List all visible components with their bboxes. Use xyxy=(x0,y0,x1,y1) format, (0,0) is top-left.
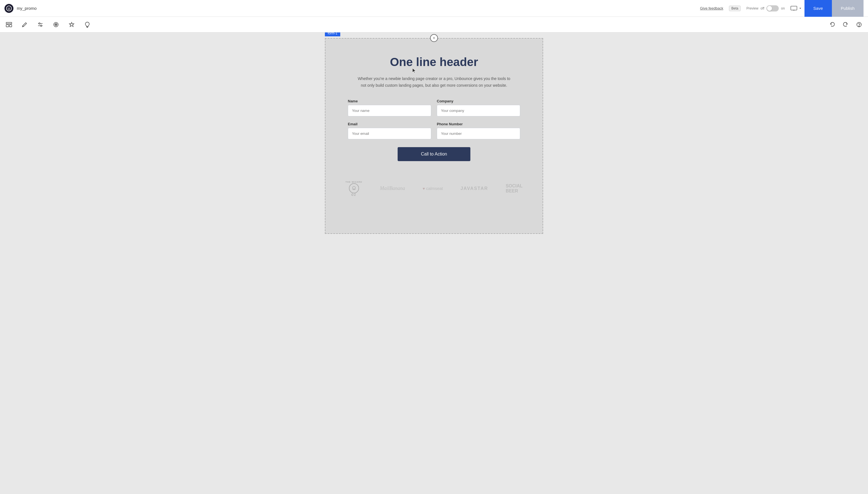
svg-point-10 xyxy=(39,23,40,24)
landing-form: Name Company Email xyxy=(348,99,520,161)
preview-toggle-group: Preview off on xyxy=(746,5,785,12)
redo-button[interactable] xyxy=(841,20,850,29)
company-label: Company xyxy=(437,99,520,103)
socialbeer-logo: SOCIALBEER xyxy=(506,184,523,193)
mailbanana-logo: MailBanana xyxy=(380,186,405,191)
svg-point-19 xyxy=(353,186,355,189)
calmseat-logo: ♥ calmseat xyxy=(422,186,443,191)
email-input[interactable] xyxy=(348,128,431,139)
page-subtitle: Whether you're a newbie landing page cre… xyxy=(356,76,512,89)
undo-button[interactable] xyxy=(828,20,837,29)
name-label: Name xyxy=(348,99,431,103)
lightbulb-tool-icon[interactable] xyxy=(83,20,92,29)
svg-text:U: U xyxy=(8,7,10,11)
project-name: my_promo xyxy=(17,6,37,11)
company-input[interactable] xyxy=(437,105,520,116)
app-logo: U xyxy=(4,4,14,13)
svg-rect-7 xyxy=(10,25,12,27)
second-toolbar xyxy=(0,17,868,33)
phone-label: Phone Number xyxy=(437,122,520,126)
give-feedback-link[interactable]: Give feedback xyxy=(700,6,723,11)
save-button[interactable]: Save xyxy=(805,0,832,17)
preview-toggle-switch[interactable] xyxy=(767,5,779,12)
page-canvas: One line header Whether you're a newbie … xyxy=(325,38,543,234)
name-input[interactable] xyxy=(348,105,431,116)
javastar-logo: JAVASTAR xyxy=(460,186,488,191)
preview-label: Preview xyxy=(746,6,758,11)
help-button[interactable] xyxy=(854,20,864,29)
page-content-section: One line header Whether you're a newbie … xyxy=(325,39,543,172)
svg-point-18 xyxy=(859,26,859,26)
wizard-logo: THE WIZARD OZ xyxy=(345,181,362,197)
top-toolbar: U my_promo Give feedback Beta Preview of… xyxy=(0,0,868,17)
sliders-tool-icon[interactable] xyxy=(36,20,45,29)
add-section-button[interactable]: + xyxy=(430,34,438,42)
integrations-tool-icon[interactable] xyxy=(67,20,76,29)
page-title: One line header xyxy=(348,55,520,69)
sections-tool-icon[interactable] xyxy=(4,20,14,29)
svg-rect-6 xyxy=(6,25,9,27)
svg-rect-2 xyxy=(791,6,797,10)
svg-point-11 xyxy=(41,25,42,26)
publish-button[interactable]: Publish xyxy=(832,0,864,17)
device-selector[interactable] xyxy=(791,6,802,11)
beta-badge: Beta xyxy=(729,5,741,11)
form-section-badge[interactable]: form-1 xyxy=(325,33,340,36)
target-tool-icon[interactable] xyxy=(52,20,60,29)
canvas-area: form-1 + One line header Whether you're … xyxy=(0,33,868,494)
phone-input[interactable] xyxy=(437,128,520,139)
svg-point-14 xyxy=(56,24,57,25)
wizard-circle-icon xyxy=(349,183,359,193)
toggle-knob xyxy=(767,6,772,11)
edit-tool-icon[interactable] xyxy=(20,20,29,29)
svg-rect-5 xyxy=(6,22,12,24)
logos-section: THE WIZARD OZ MailBanana ♥ calmseat JAVA… xyxy=(325,172,543,205)
cta-button[interactable]: Call to Action xyxy=(398,147,470,161)
preview-on-label: on xyxy=(781,6,785,11)
preview-off-label: off xyxy=(760,6,764,11)
email-label: Email xyxy=(348,122,431,126)
